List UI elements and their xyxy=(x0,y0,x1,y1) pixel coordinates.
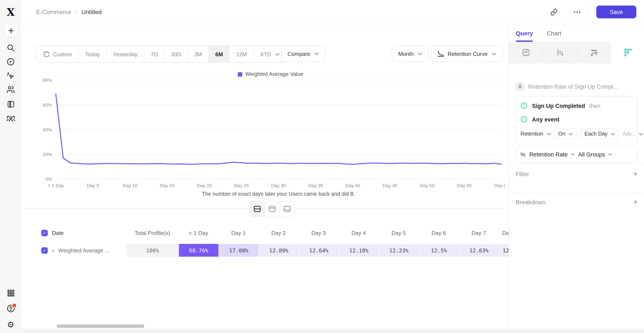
settings-gear-icon[interactable]: ⚙ xyxy=(0,318,21,331)
breakdown-label: Breakdown xyxy=(516,199,546,205)
event-row[interactable]: Sign Up Completedthen xyxy=(520,99,633,113)
retention-report-icon[interactable] xyxy=(611,42,644,63)
metric-dropdown[interactable]: Retention Rate xyxy=(529,151,574,158)
svg-text:Day 5: Day 5 xyxy=(87,183,99,188)
more-options-icon[interactable]: ••• xyxy=(572,6,584,18)
on-dropdown[interactable]: On xyxy=(554,129,577,139)
svg-text:20%: 20% xyxy=(42,152,52,157)
table-row: ✓›Weighted Average ...100%68.76%17.08%12… xyxy=(36,244,508,257)
add-breakdown-button[interactable]: + xyxy=(633,198,638,206)
table-header-cell: ✓Date xyxy=(36,226,126,239)
range-yesterday[interactable]: Yesterday xyxy=(106,46,144,62)
granularity-button[interactable]: Month xyxy=(392,46,428,62)
table-cell: 17.08% xyxy=(218,244,258,257)
horizontal-scrollbar[interactable] xyxy=(57,324,144,328)
range-12m[interactable]: 12M xyxy=(229,46,254,62)
flows-report-icon[interactable] xyxy=(577,42,611,63)
table-cell: 12.75% xyxy=(499,244,508,257)
row-checkbox[interactable]: ✓ xyxy=(41,230,48,236)
add-filter-button[interactable]: + xyxy=(633,170,638,178)
range-custom[interactable]: Custom xyxy=(37,46,78,62)
chevron-down-icon xyxy=(639,132,643,135)
help-icon[interactable] xyxy=(0,301,21,315)
svg-text:The number of exact days later: The number of exact days later your User… xyxy=(202,191,355,197)
event-hexagon-icon xyxy=(520,102,528,110)
table-row-label-cell: ✓›Weighted Average ... xyxy=(36,244,126,257)
svg-text:0%: 0% xyxy=(45,177,52,182)
chevron-down-icon xyxy=(547,132,551,135)
mixpanel-logo-icon[interactable]: X xyxy=(0,5,21,19)
chevron-down-icon xyxy=(314,52,319,55)
filter-section: Filter + xyxy=(509,164,644,183)
layout-split-button[interactable] xyxy=(250,201,264,217)
groups-dropdown[interactable]: All Groups xyxy=(578,151,612,158)
svg-text:Day 40: Day 40 xyxy=(346,183,360,188)
event-hexagon-icon xyxy=(520,116,528,123)
retention-dropdown[interactable]: Retention xyxy=(520,131,551,137)
percent-symbol: % xyxy=(520,151,526,158)
range-3m[interactable]: 3M xyxy=(188,46,208,62)
each-day-dropdown[interactable]: Each Day xyxy=(580,129,619,139)
svg-text:Day 55: Day 55 xyxy=(457,183,472,188)
compare-button[interactable]: Compare xyxy=(281,46,325,62)
events-box: Sign Up CompletedthenAny event Retention… xyxy=(516,96,638,145)
svg-text:Day 10: Day 10 xyxy=(123,183,138,188)
tab-chart[interactable]: Chart xyxy=(547,24,561,42)
range-xtd[interactable]: XTD xyxy=(254,46,286,62)
svg-text:< 1 Day: < 1 Day xyxy=(48,183,64,188)
create-button[interactable] xyxy=(4,24,18,38)
events-cursor-icon[interactable] xyxy=(0,69,21,83)
table-header-cell: Day 7 xyxy=(459,226,499,239)
retention-chart-svg: 0%20%40%60%80%< 1 DayDay 5Day 10Day 15Da… xyxy=(36,78,505,203)
left-sidebar: X xyxy=(0,0,21,333)
users-icon[interactable] xyxy=(0,83,21,96)
tab-query[interactable]: Query xyxy=(516,24,533,42)
funnels-report-icon[interactable] xyxy=(543,42,577,63)
report-type-tiles xyxy=(509,42,644,63)
range-30d[interactable]: 30D xyxy=(164,46,188,62)
metric-box: % Retention Rate All Groups xyxy=(516,146,638,162)
insights-report-icon[interactable] xyxy=(509,42,543,63)
svg-text:40%: 40% xyxy=(42,127,52,132)
breadcrumb-project[interactable]: E-Commerce xyxy=(36,9,71,15)
table-cell: 12.18% xyxy=(338,244,379,257)
range-today[interactable]: Today xyxy=(78,46,106,62)
row-label: Weighted Average ... xyxy=(58,247,109,253)
table-header-cell: Day 8 xyxy=(499,226,508,239)
range-6m[interactable]: 6M xyxy=(208,46,229,62)
table-header-cell: < 1 Day xyxy=(178,226,218,239)
layout-table-only-button[interactable] xyxy=(280,201,294,217)
expand-row-icon[interactable]: › xyxy=(52,247,54,253)
apps-grid-icon[interactable] xyxy=(0,286,21,300)
row-checkbox[interactable]: ✓ xyxy=(41,247,48,253)
chevron-down-icon xyxy=(611,132,615,135)
cohorts-icon[interactable] xyxy=(0,112,21,125)
chart-type-button[interactable]: Retention Curve xyxy=(431,46,502,62)
layout-chart-only-button[interactable] xyxy=(264,201,280,217)
copy-link-icon[interactable] xyxy=(548,6,560,18)
calendar-icon xyxy=(43,51,50,58)
svg-text:Day 15: Day 15 xyxy=(160,183,175,188)
search-icon[interactable] xyxy=(0,41,21,55)
adv-dropdown[interactable]: Adv... xyxy=(622,131,643,137)
svg-text:Day 20: Day 20 xyxy=(197,183,212,188)
metric-row[interactable]: % Retention Rate All Groups xyxy=(520,149,633,159)
date-range-group: CustomTodayYesterday7D30D3M6M12MXTD xyxy=(36,46,286,63)
save-button[interactable]: Save xyxy=(596,6,636,18)
app-window: X xyxy=(0,0,644,333)
table-header-cell: Day 1 xyxy=(218,226,258,239)
legend-label: Weighted Average Value xyxy=(245,71,303,77)
header-divider xyxy=(588,7,589,17)
retention-curve-icon xyxy=(438,51,444,57)
boards-icon[interactable] xyxy=(0,97,21,111)
svg-text:Day 35: Day 35 xyxy=(308,183,323,188)
bottom-scroll-track xyxy=(21,329,644,333)
panel-tabs: Query Chart xyxy=(509,24,644,42)
range-7d[interactable]: 7D xyxy=(144,46,164,62)
event-row[interactable]: Any event xyxy=(520,113,633,126)
explore-compass-icon[interactable] xyxy=(0,55,21,69)
svg-text:Day 30: Day 30 xyxy=(271,183,286,188)
breadcrumb-report-name[interactable]: Untitled xyxy=(82,9,102,15)
chart-legend[interactable]: Weighted Average Value xyxy=(36,71,505,77)
chevron-down-icon xyxy=(568,132,573,135)
